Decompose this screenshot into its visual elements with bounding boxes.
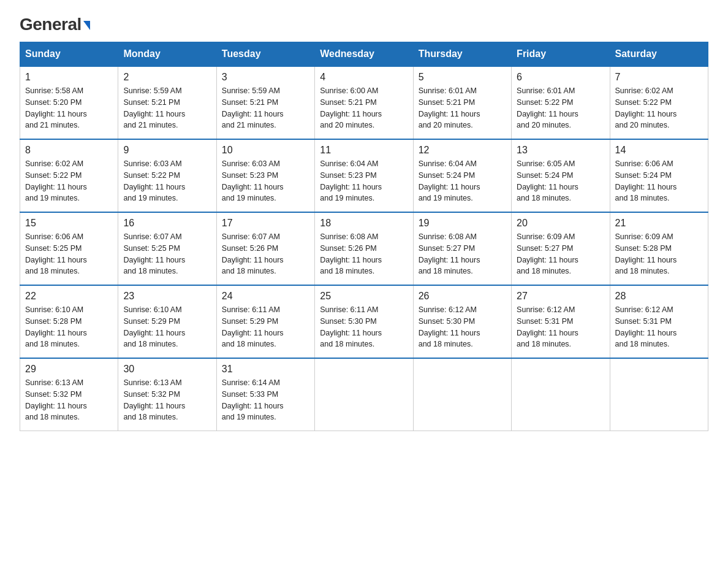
day-info: Sunrise: 6:14 AM Sunset: 5:33 PM Dayligh… [222, 377, 309, 423]
day-number: 17 [222, 218, 309, 229]
day-number: 23 [123, 291, 211, 302]
day-info: Sunrise: 6:04 AM Sunset: 5:24 PM Dayligh… [419, 158, 506, 204]
day-info: Sunrise: 6:10 AM Sunset: 5:29 PM Dayligh… [123, 304, 211, 350]
day-header-sunday: Sunday [20, 42, 118, 67]
day-info: Sunrise: 6:12 AM Sunset: 5:30 PM Dayligh… [419, 304, 506, 350]
day-number: 8 [25, 145, 113, 156]
page-header: General [20, 15, 708, 32]
calendar-cell: 6 Sunrise: 6:01 AM Sunset: 5:22 PM Dayli… [512, 66, 610, 139]
calendar-cell: 5 Sunrise: 6:01 AM Sunset: 5:21 PM Dayli… [413, 66, 511, 139]
day-info: Sunrise: 6:08 AM Sunset: 5:27 PM Dayligh… [419, 231, 506, 277]
day-number: 19 [419, 218, 506, 229]
day-header-thursday: Thursday [413, 42, 511, 67]
day-number: 25 [320, 291, 408, 302]
day-info: Sunrise: 6:11 AM Sunset: 5:29 PM Dayligh… [222, 304, 309, 350]
day-number: 1 [25, 72, 113, 83]
calendar-cell: 25 Sunrise: 6:11 AM Sunset: 5:30 PM Dayl… [315, 285, 413, 358]
calendar-cell: 7 Sunrise: 6:02 AM Sunset: 5:22 PM Dayli… [610, 66, 708, 139]
day-info: Sunrise: 6:13 AM Sunset: 5:32 PM Dayligh… [25, 377, 113, 423]
day-number: 26 [419, 291, 506, 302]
day-info: Sunrise: 6:01 AM Sunset: 5:21 PM Dayligh… [419, 85, 506, 131]
day-info: Sunrise: 6:02 AM Sunset: 5:22 PM Dayligh… [615, 85, 703, 131]
day-info: Sunrise: 6:11 AM Sunset: 5:30 PM Dayligh… [320, 304, 408, 350]
day-info: Sunrise: 6:06 AM Sunset: 5:24 PM Dayligh… [615, 158, 703, 204]
day-number: 7 [615, 72, 703, 83]
day-number: 21 [615, 218, 703, 229]
day-number: 20 [517, 218, 604, 229]
day-info: Sunrise: 6:12 AM Sunset: 5:31 PM Dayligh… [517, 304, 604, 350]
calendar-cell: 23 Sunrise: 6:10 AM Sunset: 5:29 PM Dayl… [118, 285, 216, 358]
calendar-cell [512, 358, 610, 431]
calendar-cell: 14 Sunrise: 6:06 AM Sunset: 5:24 PM Dayl… [610, 139, 708, 212]
day-number: 22 [25, 291, 113, 302]
day-number: 30 [123, 364, 211, 375]
day-info: Sunrise: 5:59 AM Sunset: 5:21 PM Dayligh… [123, 85, 211, 131]
day-info: Sunrise: 5:59 AM Sunset: 5:21 PM Dayligh… [222, 85, 309, 131]
calendar-header-row: SundayMondayTuesdayWednesdayThursdayFrid… [20, 42, 708, 67]
day-info: Sunrise: 6:13 AM Sunset: 5:32 PM Dayligh… [123, 377, 211, 423]
day-info: Sunrise: 6:07 AM Sunset: 5:26 PM Dayligh… [222, 231, 309, 277]
logo: General [20, 15, 90, 32]
day-number: 14 [615, 145, 703, 156]
calendar-cell: 29 Sunrise: 6:13 AM Sunset: 5:32 PM Dayl… [20, 358, 118, 431]
day-info: Sunrise: 6:05 AM Sunset: 5:24 PM Dayligh… [517, 158, 604, 204]
day-header-saturday: Saturday [610, 42, 708, 67]
day-number: 29 [25, 364, 113, 375]
calendar-cell [413, 358, 511, 431]
day-info: Sunrise: 6:09 AM Sunset: 5:28 PM Dayligh… [615, 231, 703, 277]
day-number: 6 [517, 72, 604, 83]
day-number: 11 [320, 145, 408, 156]
calendar-week-1: 1 Sunrise: 5:58 AM Sunset: 5:20 PM Dayli… [20, 66, 708, 139]
calendar-cell: 30 Sunrise: 6:13 AM Sunset: 5:32 PM Dayl… [118, 358, 216, 431]
calendar-week-2: 8 Sunrise: 6:02 AM Sunset: 5:22 PM Dayli… [20, 139, 708, 212]
day-number: 31 [222, 364, 309, 375]
calendar-cell: 24 Sunrise: 6:11 AM Sunset: 5:29 PM Dayl… [216, 285, 314, 358]
calendar-cell: 20 Sunrise: 6:09 AM Sunset: 5:27 PM Dayl… [512, 212, 610, 285]
calendar-cell: 28 Sunrise: 6:12 AM Sunset: 5:31 PM Dayl… [610, 285, 708, 358]
calendar-cell: 12 Sunrise: 6:04 AM Sunset: 5:24 PM Dayl… [413, 139, 511, 212]
calendar-cell: 8 Sunrise: 6:02 AM Sunset: 5:22 PM Dayli… [20, 139, 118, 212]
day-info: Sunrise: 6:02 AM Sunset: 5:22 PM Dayligh… [25, 158, 113, 204]
calendar-cell: 3 Sunrise: 5:59 AM Sunset: 5:21 PM Dayli… [216, 66, 314, 139]
day-number: 28 [615, 291, 703, 302]
calendar-week-4: 22 Sunrise: 6:10 AM Sunset: 5:28 PM Dayl… [20, 285, 708, 358]
calendar-cell: 9 Sunrise: 6:03 AM Sunset: 5:22 PM Dayli… [118, 139, 216, 212]
day-info: Sunrise: 6:03 AM Sunset: 5:23 PM Dayligh… [222, 158, 309, 204]
day-number: 4 [320, 72, 408, 83]
calendar-week-5: 29 Sunrise: 6:13 AM Sunset: 5:32 PM Dayl… [20, 358, 708, 431]
day-info: Sunrise: 6:03 AM Sunset: 5:22 PM Dayligh… [123, 158, 211, 204]
day-number: 5 [419, 72, 506, 83]
calendar-cell: 4 Sunrise: 6:00 AM Sunset: 5:21 PM Dayli… [315, 66, 413, 139]
calendar-cell: 27 Sunrise: 6:12 AM Sunset: 5:31 PM Dayl… [512, 285, 610, 358]
day-header-monday: Monday [118, 42, 216, 67]
calendar-cell: 2 Sunrise: 5:59 AM Sunset: 5:21 PM Dayli… [118, 66, 216, 139]
day-info: Sunrise: 6:09 AM Sunset: 5:27 PM Dayligh… [517, 231, 604, 277]
day-number: 9 [123, 145, 211, 156]
day-header-tuesday: Tuesday [216, 42, 314, 67]
calendar-cell: 26 Sunrise: 6:12 AM Sunset: 5:30 PM Dayl… [413, 285, 511, 358]
calendar-week-3: 15 Sunrise: 6:06 AM Sunset: 5:25 PM Dayl… [20, 212, 708, 285]
day-info: Sunrise: 6:08 AM Sunset: 5:26 PM Dayligh… [320, 231, 408, 277]
calendar-cell: 13 Sunrise: 6:05 AM Sunset: 5:24 PM Dayl… [512, 139, 610, 212]
day-header-wednesday: Wednesday [315, 42, 413, 67]
day-info: Sunrise: 6:12 AM Sunset: 5:31 PM Dayligh… [615, 304, 703, 350]
day-number: 27 [517, 291, 604, 302]
calendar-cell [315, 358, 413, 431]
day-number: 12 [419, 145, 506, 156]
calendar-cell: 18 Sunrise: 6:08 AM Sunset: 5:26 PM Dayl… [315, 212, 413, 285]
day-number: 3 [222, 72, 309, 83]
day-number: 13 [517, 145, 604, 156]
calendar-cell: 16 Sunrise: 6:07 AM Sunset: 5:25 PM Dayl… [118, 212, 216, 285]
day-info: Sunrise: 6:04 AM Sunset: 5:23 PM Dayligh… [320, 158, 408, 204]
day-info: Sunrise: 6:00 AM Sunset: 5:21 PM Dayligh… [320, 85, 408, 131]
calendar-cell: 11 Sunrise: 6:04 AM Sunset: 5:23 PM Dayl… [315, 139, 413, 212]
calendar-cell: 1 Sunrise: 5:58 AM Sunset: 5:20 PM Dayli… [20, 66, 118, 139]
day-number: 24 [222, 291, 309, 302]
calendar-cell: 15 Sunrise: 6:06 AM Sunset: 5:25 PM Dayl… [20, 212, 118, 285]
calendar-table: SundayMondayTuesdayWednesdayThursdayFrid… [20, 42, 708, 431]
day-number: 18 [320, 218, 408, 229]
calendar-cell: 19 Sunrise: 6:08 AM Sunset: 5:27 PM Dayl… [413, 212, 511, 285]
calendar-cell [610, 358, 708, 431]
day-header-friday: Friday [512, 42, 610, 67]
logo-general: General [20, 15, 90, 34]
